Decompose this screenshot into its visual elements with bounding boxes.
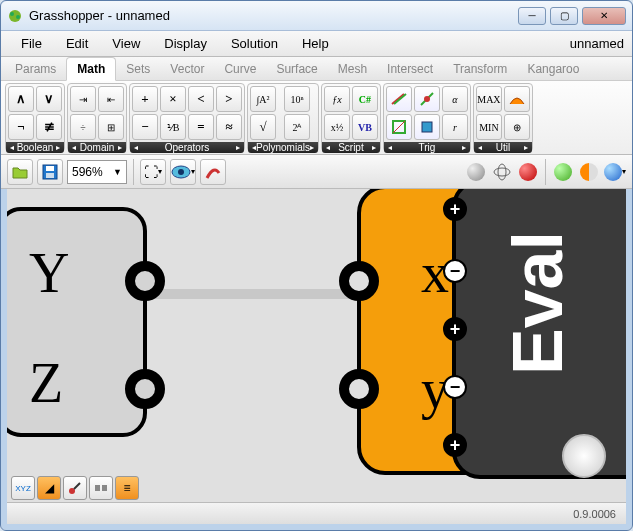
menu-help[interactable]: Help <box>290 33 341 54</box>
ribbon-group-script: ƒx x½ C# VB ◂Script▸ <box>321 83 381 152</box>
open-button[interactable] <box>7 159 33 185</box>
output-port-y[interactable] <box>125 261 165 301</box>
cos-icon[interactable] <box>386 114 412 140</box>
ribbon-label-boolean[interactable]: Boolean <box>17 142 54 153</box>
shade-half-icon[interactable] <box>578 161 600 183</box>
power10-icon[interactable]: 10ⁿ <box>284 86 310 112</box>
menu-solution[interactable]: Solution <box>219 33 290 54</box>
divide-domain-icon[interactable]: ÷ <box>70 114 96 140</box>
input-port-y[interactable] <box>339 369 379 409</box>
not-icon[interactable]: ¬ <box>8 114 34 140</box>
curve-icon[interactable] <box>504 86 530 112</box>
less-than-icon[interactable]: < <box>188 86 214 112</box>
svg-point-10 <box>178 169 184 175</box>
sketch-button[interactable] <box>200 159 226 185</box>
bounds-icon[interactable]: ⇥ <box>70 86 96 112</box>
zoom-plus-icon[interactable] <box>443 197 467 221</box>
canvas-bottom-toolbar: XYZ ◢ ≡ <box>7 474 143 502</box>
ribbon-label-trig[interactable]: Trig <box>418 142 435 153</box>
or-icon[interactable]: ∨ <box>36 86 62 112</box>
tab-math[interactable]: Math <box>66 57 116 81</box>
max-icon[interactable]: MAX <box>476 86 502 112</box>
min-icon[interactable]: MIN <box>476 114 502 140</box>
zoom-extents-button[interactable]: ⛶▾ <box>140 159 166 185</box>
ribbon-label-util[interactable]: Util <box>496 142 510 153</box>
tab-transform[interactable]: Transform <box>443 58 517 80</box>
vb-icon[interactable]: VB <box>352 114 378 140</box>
zoom-plus3-icon[interactable] <box>443 433 467 457</box>
ribbon-label-domain[interactable]: Domain <box>80 142 114 153</box>
preview-button[interactable]: ▾ <box>170 159 196 185</box>
ribbon-group-boolean: ∧ ¬ ∨ ≢ ◂Boolean▸ <box>5 83 65 152</box>
shade-wire-icon[interactable] <box>491 161 513 183</box>
radius-icon[interactable]: r <box>442 114 468 140</box>
ribbon-label-operators[interactable]: Operators <box>165 142 209 153</box>
power2-icon[interactable]: 2ᴬ <box>284 114 310 140</box>
csharp-icon[interactable]: C# <box>352 86 378 112</box>
alpha-icon[interactable]: α <box>442 86 468 112</box>
zoom-minus-icon[interactable] <box>443 259 467 283</box>
tab-params[interactable]: Params <box>5 58 66 80</box>
input-port-x[interactable] <box>339 261 379 301</box>
domain2-icon[interactable]: ⊞ <box>98 114 124 140</box>
ribbon-group-trig: α r ◂Trig▸ <box>383 83 471 152</box>
component-left[interactable]: Y Z <box>1 207 147 437</box>
ribbon-label-script[interactable]: Script <box>338 142 364 153</box>
zoom-dropdown[interactable]: 596%▼ <box>67 160 127 184</box>
tab-intersect[interactable]: Intersect <box>377 58 443 80</box>
menu-edit[interactable]: Edit <box>54 33 100 54</box>
integral-icon[interactable]: ∫A² <box>250 86 276 112</box>
greater-than-icon[interactable]: > <box>216 86 242 112</box>
zoom-minus2-icon[interactable] <box>443 375 467 399</box>
tan-icon[interactable] <box>414 86 440 112</box>
maximize-button[interactable]: ▢ <box>550 7 578 25</box>
compass-icon[interactable] <box>562 434 606 478</box>
avg-icon[interactable]: ⊕ <box>504 114 530 140</box>
cluster-button[interactable] <box>89 476 113 500</box>
shade-red-icon[interactable] <box>517 161 539 183</box>
tab-kangaroo[interactable]: Kangaroo <box>517 58 589 80</box>
document-name: unnamed <box>570 36 624 51</box>
profiler-button[interactable]: ◢ <box>37 476 61 500</box>
menu-file[interactable]: File <box>9 33 54 54</box>
consecutive-domain-icon[interactable]: ⇤ <box>98 86 124 112</box>
shade-gray-icon[interactable] <box>465 161 487 183</box>
tab-curve[interactable]: Curve <box>214 58 266 80</box>
zoom-plus2-icon[interactable] <box>443 317 467 341</box>
ribbon-group-polynomials: ∫A² √ 10ⁿ 2ᴬ ◂Polynomials▸ <box>247 83 319 152</box>
tab-sets[interactable]: Sets <box>116 58 160 80</box>
document-button[interactable]: ≡ <box>115 476 139 500</box>
save-button[interactable] <box>37 159 63 185</box>
multiply-icon[interactable]: × <box>160 86 186 112</box>
equal-icon[interactable]: = <box>188 114 214 140</box>
markov-button[interactable] <box>63 476 87 500</box>
close-button[interactable]: ✕ <box>582 7 626 25</box>
approx-icon[interactable]: ≈ <box>216 114 242 140</box>
port-label-z: Z <box>29 351 63 415</box>
shade-green-icon[interactable] <box>552 161 574 183</box>
component-body[interactable]: Eval <box>452 189 632 479</box>
add-icon[interactable]: + <box>132 86 158 112</box>
svg-point-2 <box>16 15 20 19</box>
shade-blue-icon[interactable]: ▾ <box>604 161 626 183</box>
minimize-button[interactable]: ─ <box>518 7 546 25</box>
menu-view[interactable]: View <box>100 33 152 54</box>
tab-surface[interactable]: Surface <box>266 58 327 80</box>
xor-icon[interactable]: ≢ <box>36 114 62 140</box>
ribbon-group-domain: ⇥ ÷ ⇤ ⊞ ◂Domain▸ <box>67 83 127 152</box>
reciprocal-icon[interactable]: ⅟B <box>160 114 186 140</box>
and-icon[interactable]: ∧ <box>8 86 34 112</box>
tab-mesh[interactable]: Mesh <box>328 58 377 80</box>
subtract-icon[interactable]: − <box>132 114 158 140</box>
output-port-z[interactable] <box>125 369 165 409</box>
canvas[interactable]: Y Z x y Eval XYZ ◢ ≡ <box>1 189 632 502</box>
ribbon-label-polynomials[interactable]: Polynomials <box>256 142 310 153</box>
menu-display[interactable]: Display <box>152 33 219 54</box>
xyz-button[interactable]: XYZ <box>11 476 35 500</box>
expression-icon[interactable]: ƒx <box>324 86 350 112</box>
sin-icon[interactable] <box>386 86 412 112</box>
sqrt-icon[interactable]: √ <box>250 114 276 140</box>
variable-icon[interactable]: x½ <box>324 114 350 140</box>
tab-vector[interactable]: Vector <box>160 58 214 80</box>
asin-icon[interactable] <box>414 114 440 140</box>
